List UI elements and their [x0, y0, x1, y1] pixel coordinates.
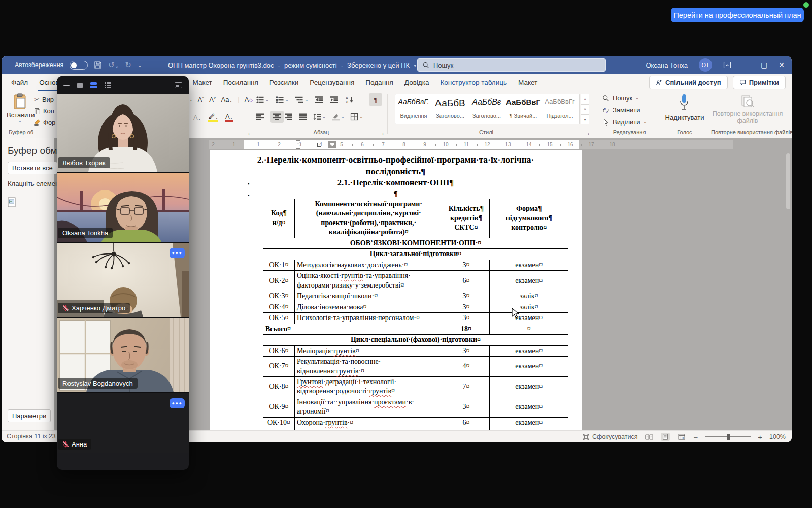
zoom-slider[interactable]	[705, 436, 751, 437]
close-button[interactable]: ✕	[779, 61, 785, 69]
zoom-level[interactable]: 100%	[769, 433, 786, 440]
minimize-button[interactable]: —	[742, 61, 750, 69]
video-tile-anna[interactable]: ●●● Анна	[57, 393, 189, 453]
tab-references[interactable]: Посилання	[218, 74, 264, 91]
styles-dialog-launcher-icon[interactable]: ⌟	[587, 130, 593, 136]
upgrade-plan-button[interactable]: Перейти на профессиональный план	[671, 8, 804, 22]
undo-icon[interactable]: ↺⌄	[108, 60, 119, 70]
decrease-indent-icon[interactable]	[315, 96, 323, 104]
gallery-view-icon[interactable]	[105, 82, 111, 88]
bullets-icon[interactable]	[256, 96, 264, 104]
increase-indent-icon[interactable]	[330, 96, 339, 104]
comments-button[interactable]: Примітки	[733, 76, 786, 89]
clear-format-button[interactable]: А◇	[245, 96, 253, 103]
dictate-button[interactable]	[675, 93, 693, 113]
quick-access-chevron-icon[interactable]: ⌄	[138, 62, 142, 68]
format-painter-button[interactable]: Фор	[34, 119, 55, 126]
active-view-icon[interactable]	[90, 82, 97, 88]
change-case-button[interactable]: Аа⌄	[221, 96, 232, 103]
line-spacing-icon[interactable]	[313, 113, 321, 121]
focus-button[interactable]: Сфокусуватися	[592, 433, 637, 440]
styles-scroll-up-icon[interactable]: ˄	[581, 94, 589, 104]
borders-icon[interactable]	[350, 113, 358, 121]
maximize-button[interactable]: ▢	[761, 61, 767, 69]
layout-icon[interactable]	[175, 82, 182, 88]
highlight-button[interactable]: 🖉⌄	[208, 113, 218, 122]
align-center-icon[interactable]	[270, 111, 284, 123]
redo-icon[interactable]: ↻	[125, 60, 131, 70]
share-button[interactable]: Спільний доступ	[649, 76, 728, 89]
ruler-number: 6	[361, 142, 364, 147]
zoom-slider-thumb[interactable]	[727, 434, 730, 440]
copy-button[interactable]: Коп	[34, 107, 54, 115]
collapse-ribbon-icon[interactable]: ⌃	[781, 129, 786, 136]
align-left-icon[interactable]	[256, 113, 264, 121]
avatar[interactable]: ОТ	[699, 58, 712, 72]
save-icon[interactable]	[94, 61, 102, 69]
horizontal-ruler[interactable]: 21123456789101112131415161718	[209, 140, 733, 149]
font-size-chevron-icon[interactable]: ⌄	[189, 97, 193, 102]
tab-review[interactable]: Рецензування	[304, 74, 360, 91]
document-page[interactable]: 2.·Перелік·компонент·освітньо-професійно…	[210, 150, 582, 430]
style-card[interactable]: АаБбВвГгПідзагол...	[542, 94, 578, 124]
participant-menu-button[interactable]: ●●●	[170, 398, 185, 408]
tab-table-design[interactable]: Конструктор таблиць	[434, 74, 513, 91]
tab-help[interactable]: Довідка	[399, 74, 435, 91]
sort-icon[interactable]: АЯ	[346, 96, 354, 104]
table-column-marker[interactable]	[328, 141, 336, 148]
style-card[interactable]: АаБбВєЗаголово...	[468, 94, 505, 124]
tab-view[interactable]: Подання	[360, 74, 399, 91]
grow-font-button[interactable]: А^	[198, 96, 204, 103]
multilevel-list-icon[interactable]	[295, 96, 303, 104]
user-name[interactable]: Оксана Тонха	[646, 61, 688, 69]
styles-scroll-down-icon[interactable]: ˅	[581, 104, 589, 114]
justify-icon[interactable]	[299, 113, 307, 121]
read-mode-icon[interactable]	[645, 433, 654, 441]
styles-expand-icon[interactable]: ▾	[581, 114, 589, 124]
video-tile-dmytro[interactable]: ●●● Харченко Дмитро	[57, 243, 189, 317]
tab-stop-marker[interactable]	[317, 143, 321, 147]
clipboard-options-button[interactable]: Параметри	[8, 409, 51, 422]
show-marks-button[interactable]: ¶	[369, 93, 382, 106]
video-tile-lyubov[interactable]: Любов Тхорик	[57, 94, 189, 172]
find-button[interactable]: Пошук⌄	[602, 94, 639, 102]
search-box[interactable]: Пошук	[417, 58, 606, 72]
style-card[interactable]: АаБбВвГ¶ Звичай...	[505, 94, 542, 124]
select-button[interactable]: Виділити⌄	[602, 118, 647, 126]
participant-menu-button[interactable]: ●●●	[170, 248, 185, 258]
clipboard-item-icon[interactable]	[8, 197, 17, 207]
font-dialog-launcher-icon[interactable]: ⌟	[247, 130, 253, 136]
tab-file[interactable]: Файл	[6, 74, 33, 91]
shading-icon[interactable]	[332, 113, 340, 121]
print-layout-icon[interactable]	[661, 433, 670, 441]
zoom-out-button[interactable]: −	[693, 433, 698, 441]
font-color-button[interactable]: А⌄	[225, 113, 233, 122]
speaker-view-icon[interactable]	[77, 83, 83, 88]
cut-button[interactable]: ✂Вир	[34, 96, 54, 103]
video-tile-oksana[interactable]: Oksana Tonkha	[57, 173, 189, 242]
shrink-font-button[interactable]: А˅	[209, 96, 216, 103]
numbering-icon[interactable]	[276, 96, 284, 104]
table-row: ОК·10¤Охорона·грунтів·¤6¤екзамен¤	[263, 417, 568, 428]
text-effects-button[interactable]: А⌄	[193, 114, 201, 121]
vertical-scrollbar-thumb[interactable]	[786, 153, 790, 209]
page-indicator[interactable]: Сторінка 11 із 23	[7, 433, 56, 440]
paragraph-dialog-launcher-icon[interactable]: ⌟	[381, 130, 387, 136]
tab-mailings[interactable]: Розсилки	[264, 74, 304, 91]
replace-button[interactable]: bc Замінити	[602, 106, 640, 114]
ruler-tick	[245, 144, 245, 146]
style-card[interactable]: АаБбВЗаголово...	[432, 94, 468, 124]
web-layout-icon[interactable]	[677, 433, 686, 441]
align-right-icon[interactable]	[285, 113, 293, 121]
reuse-files-button[interactable]: Повторне використання файлів	[712, 94, 783, 124]
tab-layout[interactable]: Макет	[187, 74, 218, 91]
style-card[interactable]: АаБбВвГ.Виділення	[395, 94, 432, 124]
autosave-toggle[interactable]	[70, 61, 88, 70]
tab-table-layout[interactable]: Макет	[513, 74, 543, 91]
document-title[interactable]: ОПП магістр Охорона грунтів3.doc- режим …	[168, 56, 416, 74]
video-tile-rostyslav[interactable]: Rostyslav Bogdanovych	[57, 318, 189, 392]
paste-all-button[interactable]: Вставити все	[8, 162, 57, 174]
ribbon-display-icon[interactable]	[723, 61, 731, 69]
call-minimize-icon[interactable]	[63, 85, 70, 86]
zoom-in-button[interactable]: +	[758, 433, 762, 441]
